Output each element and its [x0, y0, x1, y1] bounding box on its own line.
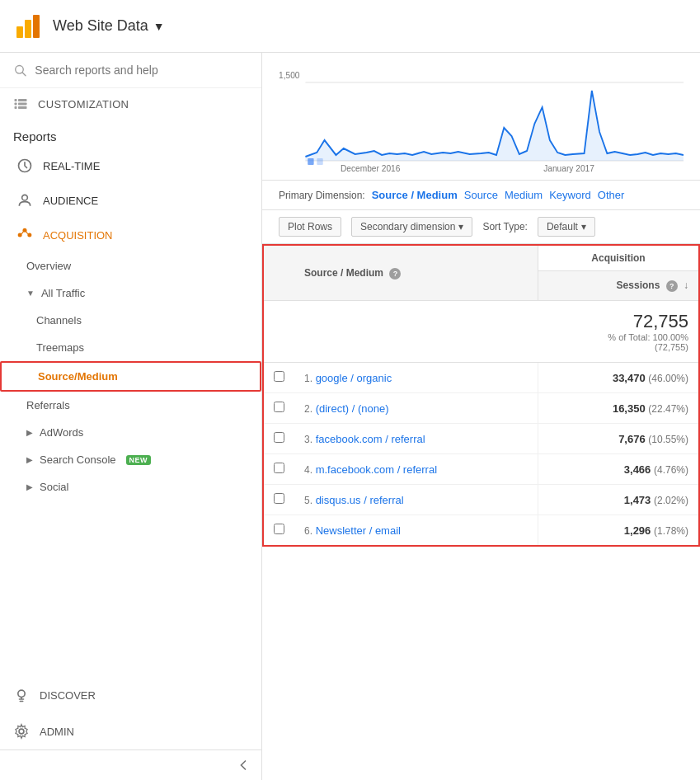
toolbar: Plot Rows Secondary dimension ▾ Sort Typ… — [262, 210, 700, 244]
svg-line-17 — [26, 232, 28, 234]
social-label: Social — [40, 481, 68, 493]
sidebar-item-treemaps[interactable]: Treemaps — [0, 334, 261, 361]
row-percent-0: (46.00%) — [648, 373, 688, 384]
sidebar-item-adwords[interactable]: ▶ AdWords — [0, 419, 261, 446]
source-medium-help-icon[interactable]: ? — [389, 268, 401, 280]
sessions-help-icon[interactable]: ? — [666, 280, 678, 292]
row-number-3: 4. — [304, 464, 312, 476]
svg-text:December 2016: December 2016 — [341, 163, 401, 173]
table-row: 2. (direct) / (none) 16,350 (22.47%) — [263, 393, 699, 424]
th-source-medium: Source / Medium ? — [294, 245, 538, 301]
dim-source[interactable]: Source — [464, 189, 498, 201]
source-link-5[interactable]: Newsletter / email — [316, 524, 401, 537]
sidebar-item-acquisition[interactable]: ACQUISITION — [0, 218, 261, 252]
table-row: 4. m.facebook.com / referral 3,466 (4.76… — [263, 454, 699, 485]
source-link-2[interactable]: facebook.com / referral — [316, 433, 425, 445]
treemaps-label: Treemaps — [36, 341, 84, 354]
row-checkbox-3[interactable] — [263, 454, 294, 485]
row-source-cell-4: 5. disqus.us / referral — [294, 485, 538, 515]
row-sessions-cell-1: 16,350 (22.47%) — [538, 393, 699, 424]
total-sessions-cell: 72,755 % of Total: 100.00% (72,755) — [538, 301, 699, 363]
svg-line-16 — [21, 232, 23, 234]
site-title[interactable]: Web Site Data ▼ — [53, 17, 165, 35]
source-link-0[interactable]: google / organic — [316, 372, 392, 384]
row-sessions-2: 7,676 — [618, 433, 646, 445]
sidebar-item-social[interactable]: ▶ Social — [0, 473, 261, 500]
primary-dimension-bar: Primary Dimension: Source / Medium Sourc… — [262, 181, 700, 210]
audience-label: AUDIENCE — [43, 195, 98, 207]
clock-icon — [16, 157, 33, 174]
row-checkbox-input-1[interactable] — [274, 402, 284, 412]
row-number-2: 3. — [304, 434, 312, 445]
secondary-dimension-dropdown[interactable]: Secondary dimension ▾ — [351, 217, 472, 237]
table-wrapper: Source / Medium ? Acquisition Sessions ?… — [262, 244, 700, 563]
svg-rect-7 — [15, 103, 17, 106]
realtime-label: REAL-TIME — [43, 160, 100, 172]
sidebar-item-customization[interactable]: CUSTOMIZATION — [0, 88, 261, 120]
sidebar-item-source-medium[interactable]: Source/Medium — [0, 361, 261, 392]
sort-type-dropdown[interactable]: Default ▾ — [538, 217, 595, 237]
social-expand-icon: ▶ — [26, 482, 33, 491]
overview-label: Overview — [26, 260, 71, 272]
sidebar-item-discover[interactable]: DISCOVER — [0, 677, 261, 713]
svg-point-18 — [18, 690, 25, 697]
source-link-1[interactable]: (direct) / (none) — [316, 402, 389, 415]
sidebar-item-all-traffic[interactable]: ▼ All Traffic — [0, 280, 261, 307]
row-checkbox-2[interactable] — [263, 424, 294, 454]
sidebar-item-search-console[interactable]: ▶ Search Console NEW — [0, 446, 261, 473]
search-input[interactable] — [35, 63, 248, 77]
dropdown-arrow-icon[interactable]: ▼ — [153, 20, 165, 33]
sidebar-item-overview[interactable]: Overview — [0, 252, 261, 280]
row-percent-3: (4.76%) — [654, 464, 688, 476]
dim-source-medium[interactable]: Source / Medium — [372, 189, 458, 201]
sidebar-item-channels[interactable]: Channels — [0, 307, 261, 334]
channels-label: Channels — [36, 314, 82, 327]
search-console-expand-icon: ▶ — [26, 455, 33, 464]
svg-rect-2 — [33, 15, 40, 38]
table-body: 72,755 % of Total: 100.00% (72,755) 1. g… — [263, 301, 699, 547]
row-source-cell-2: 3. facebook.com / referral — [294, 424, 538, 454]
sidebar-item-audience[interactable]: AUDIENCE — [0, 183, 261, 218]
row-sessions-3: 3,466 — [624, 463, 651, 476]
customization-icon — [13, 96, 28, 111]
dim-other[interactable]: Other — [598, 189, 625, 201]
row-sessions-0: 33,470 — [613, 372, 646, 384]
svg-point-20 — [19, 729, 24, 734]
row-source-cell-3: 4. m.facebook.com / referral — [294, 454, 538, 485]
row-checkbox-5[interactable] — [263, 515, 294, 547]
content-area: 1,500 December 2016 January 2017 — [262, 53, 700, 780]
plot-rows-button[interactable]: Plot Rows — [279, 217, 341, 237]
row-checkbox-input-3[interactable] — [274, 463, 284, 473]
row-checkbox-1[interactable] — [263, 393, 294, 424]
total-percent-label: % of Total: 100.00% (72,755) — [548, 332, 688, 352]
row-source-cell-0: 1. google / organic — [294, 363, 538, 393]
row-number-1: 2. — [304, 403, 312, 415]
row-checkbox-input-5[interactable] — [274, 524, 284, 534]
dim-medium[interactable]: Medium — [505, 189, 543, 201]
chart-container: 1,500 December 2016 January 2017 — [279, 66, 684, 173]
svg-marker-23 — [305, 91, 684, 161]
row-checkbox-4[interactable] — [263, 485, 294, 515]
sidebar-item-realtime[interactable]: REAL-TIME — [0, 148, 261, 183]
row-checkbox-0[interactable] — [263, 363, 294, 393]
sidebar-item-referrals[interactable]: Referrals — [0, 392, 261, 419]
sidebar-collapse-button[interactable] — [0, 749, 261, 780]
dim-keyword[interactable]: Keyword — [549, 189, 591, 201]
row-checkbox-input-4[interactable] — [274, 493, 284, 504]
source-link-3[interactable]: m.facebook.com / referral — [316, 463, 437, 476]
row-sessions-5: 1,296 — [624, 524, 651, 537]
source-link-4[interactable]: disqus.us / referral — [316, 494, 404, 506]
sessions-sort-icon[interactable]: ↓ — [684, 280, 688, 291]
sidebar-item-admin[interactable]: ADMIN — [0, 713, 261, 749]
row-checkbox-input-2[interactable] — [274, 432, 284, 443]
customization-label: CUSTOMIZATION — [38, 98, 129, 110]
svg-rect-0 — [16, 26, 23, 38]
sort-type-label: Sort Type: — [482, 221, 527, 233]
row-sessions-cell-4: 1,473 (2.02%) — [538, 485, 699, 515]
svg-rect-5 — [15, 99, 17, 101]
row-checkbox-input-0[interactable] — [274, 371, 284, 382]
th-sessions: Sessions ? ↓ — [538, 271, 699, 301]
adwords-expand-icon: ▶ — [26, 428, 33, 437]
th-checkbox — [263, 245, 294, 301]
sidebar-search-container — [0, 53, 261, 88]
